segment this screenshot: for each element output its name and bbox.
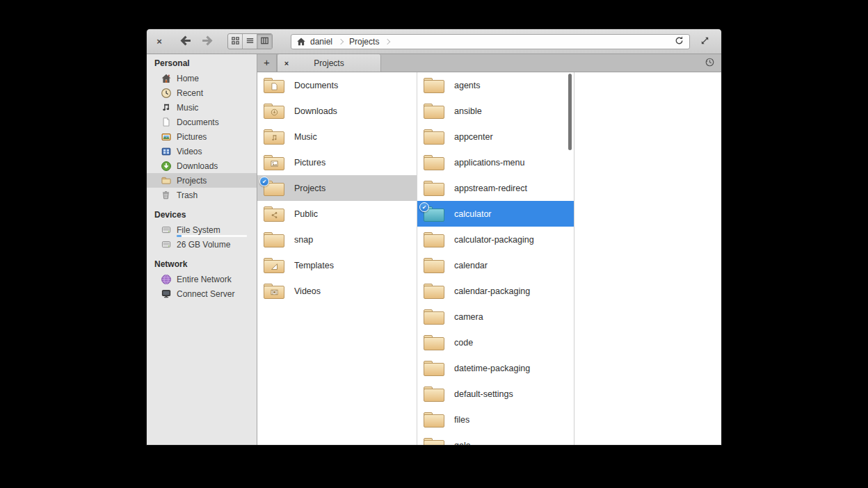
music-icon	[160, 102, 172, 113]
list-view-button[interactable]	[243, 34, 257, 49]
folder-emblem-icon	[424, 106, 444, 119]
file-name: Templates	[294, 261, 334, 270]
file-row-applications-menu[interactable]: applications-menu	[417, 149, 574, 175]
file-row-default-settings[interactable]: default-settings	[417, 381, 574, 407]
refresh-button[interactable]	[674, 35, 684, 48]
file-row-calculator[interactable]: ✔ calculator	[417, 201, 574, 227]
path-bar[interactable]: danielProjects	[291, 34, 690, 49]
folder-emblem-icon	[424, 131, 444, 145]
sidebar-item-label: Entire Network	[177, 275, 232, 284]
miller-column-2: agents ansible appcenter applications-me…	[417, 72, 574, 445]
folder-emblem-icon	[424, 183, 444, 196]
folder-icon	[424, 361, 444, 376]
sidebar-section-items: File System 26 GB Volume	[147, 222, 257, 252]
file-row-calculator-packaging[interactable]: calculator-packaging	[417, 227, 574, 252]
file-name: agents	[454, 81, 481, 90]
breadcrumb-segment[interactable]: daniel	[310, 37, 332, 47]
column-view-button[interactable]	[257, 34, 272, 49]
file-row-appcenter[interactable]: appcenter	[417, 124, 574, 149]
folder-icon	[424, 438, 444, 446]
grid-view-icon	[230, 35, 241, 48]
file-row-Documents[interactable]: Documents	[257, 72, 417, 98]
file-name: Videos	[294, 286, 321, 296]
file-name: snap	[294, 235, 313, 245]
file-row-Downloads[interactable]: Downloads	[257, 98, 417, 124]
forward-button[interactable]	[198, 33, 216, 50]
back-button[interactable]	[176, 33, 194, 50]
file-row-ansible[interactable]: ansible	[417, 98, 574, 124]
tab-close-button[interactable]: ×	[281, 59, 292, 67]
sidebar-item-trash[interactable]: Trash	[147, 188, 257, 202]
sidebar-section-title: Devices	[147, 208, 257, 222]
new-tab-button[interactable]: +	[257, 54, 277, 72]
folder-icon	[424, 78, 444, 93]
expand-button[interactable]	[700, 35, 710, 48]
folder-emblem-icon	[264, 286, 284, 299]
sidebar-item-pictures[interactable]: Pictures	[147, 129, 257, 144]
folder-emblem-icon	[424, 414, 444, 428]
file-row-files[interactable]: files	[417, 407, 574, 432]
tab-projects[interactable]: × Projects	[277, 54, 381, 72]
folder-icon	[264, 129, 284, 145]
file-row-calendar[interactable]: calendar	[417, 252, 574, 278]
breadcrumb-segment[interactable]: Projects	[349, 37, 379, 47]
sidebar-item-label: Projects	[177, 176, 207, 186]
file-row-appstream-redirect[interactable]: appstream-redirect	[417, 175, 574, 201]
file-row-calendar-packaging[interactable]: calendar-packaging	[417, 278, 574, 304]
sidebar-item-connect-server[interactable]: Connect Server	[147, 286, 257, 301]
folder-icon	[160, 175, 172, 186]
sidebar-section-items: Home Recent Music Documents Pictures Vid…	[147, 71, 257, 202]
folder-emblem-icon	[424, 440, 444, 446]
grid-view-button[interactable]	[228, 34, 243, 49]
folder-emblem-icon	[424, 260, 444, 273]
back-arrow-icon	[179, 35, 191, 49]
file-row-Music[interactable]: Music	[257, 124, 417, 149]
folder-icon	[424, 387, 444, 402]
sidebar-item-label: Recent	[177, 88, 203, 98]
sidebar-item-label: 26 GB Volume	[177, 240, 230, 250]
file-row-datetime-packaging[interactable]: datetime-packaging	[417, 355, 574, 381]
file-name: calculator	[454, 209, 492, 219]
scrollbar-thumb[interactable]	[568, 74, 572, 150]
sidebar-item-documents[interactable]: Documents	[147, 115, 257, 129]
file-row-camera[interactable]: camera	[417, 304, 574, 330]
sidebar-item-entire-network[interactable]: Entire Network	[147, 272, 257, 286]
file-row-Pictures[interactable]: Pictures	[257, 149, 417, 175]
folder-emblem-icon	[424, 363, 444, 376]
sidebar-item-downloads[interactable]: Downloads	[147, 158, 257, 173]
history-button[interactable]	[698, 54, 721, 72]
files-window: ×	[147, 29, 721, 445]
folder-icon	[424, 412, 444, 428]
file-name: default-settings	[454, 389, 513, 399]
file-row-code[interactable]: code	[417, 330, 574, 355]
home-breadcrumb-icon	[296, 37, 306, 47]
file-row-Videos[interactable]: Videos	[257, 278, 417, 304]
sidebar-item-projects[interactable]: Projects	[147, 173, 257, 188]
sidebar-item-label: Downloads	[177, 161, 218, 171]
sidebar-item-videos[interactable]: Videos	[147, 144, 257, 158]
file-name: Projects	[294, 184, 326, 193]
window-close-button[interactable]: ×	[152, 35, 166, 49]
file-name: calendar-packaging	[454, 286, 530, 296]
folder-icon	[424, 181, 444, 196]
harddisk-icon	[160, 239, 172, 250]
file-row-snap[interactable]: snap	[257, 227, 417, 252]
file-row-gala[interactable]: gala	[417, 432, 574, 445]
sidebar-item-recent[interactable]: Recent	[147, 86, 257, 100]
file-name: datetime-packaging	[454, 364, 530, 373]
file-name: Public	[294, 209, 318, 219]
file-row-agents[interactable]: agents	[417, 72, 574, 98]
server-icon	[160, 288, 172, 300]
sidebar-item-home[interactable]: Home	[147, 71, 257, 86]
sidebar-item-26-gb-volume[interactable]: 26 GB Volume	[147, 237, 257, 252]
file-row-Projects[interactable]: ✔ Projects	[257, 175, 417, 201]
selected-check-badge: ✔	[259, 177, 269, 186]
file-row-Templates[interactable]: Templates	[257, 252, 417, 278]
folder-emblem-icon	[424, 286, 444, 299]
sidebar-item-file-system[interactable]: File System	[147, 222, 257, 237]
sidebar-item-music[interactable]: Music	[147, 100, 257, 115]
tab-label: Projects	[292, 58, 366, 68]
folder-emblem-icon	[264, 106, 284, 119]
file-row-Public[interactable]: Public	[257, 201, 417, 227]
file-name: code	[454, 338, 473, 348]
